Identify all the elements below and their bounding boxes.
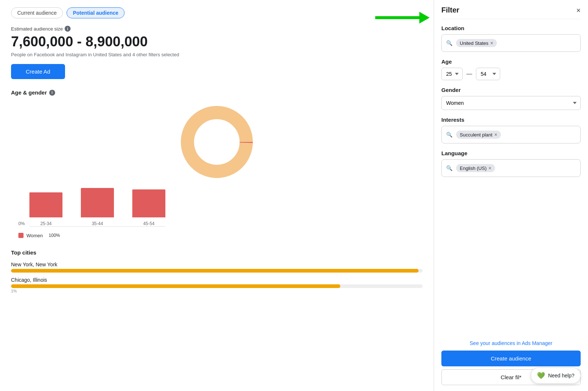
interests-remove-icon[interactable]: × [494, 132, 497, 138]
arrow-line [375, 16, 419, 19]
estimated-label: Estimated audience size i [11, 26, 423, 32]
language-tag-text: English (US) [460, 166, 487, 171]
bar-chart-area: 0% 25-34 35-44 45-54 [11, 190, 423, 238]
language-tag-chip: English (US) × [456, 164, 495, 172]
ads-manager-link[interactable]: See your audiences in Ads Manager [441, 340, 581, 346]
filter-age-section: Age 18 21 25 30 35 40 45 50 54 60 65 — [441, 58, 581, 80]
heart-icon: 💚 [537, 372, 545, 380]
create-audience-button[interactable]: Create audience [441, 351, 581, 366]
language-remove-icon[interactable]: × [488, 165, 491, 171]
info-icon: i [65, 26, 71, 32]
city-bar-track-chicago [11, 284, 423, 288]
location-remove-icon[interactable]: × [490, 40, 493, 46]
language-input-box[interactable]: 🔍 English (US) × [441, 159, 581, 177]
location-tag-text: United States [460, 40, 488, 46]
age-dash: — [466, 71, 472, 77]
bar-25-34 [29, 192, 62, 217]
bar-35-44 [81, 188, 114, 217]
filter-language-label: Language [441, 150, 581, 156]
arrow-head [419, 12, 430, 24]
y-axis-label: 0% [18, 221, 25, 226]
city-name-chicago: Chicago, Illinois [11, 277, 423, 283]
filter-gender-label: Gender [441, 87, 581, 93]
location-tag-chip: United States × [456, 39, 497, 47]
filter-location-label: Location [441, 25, 581, 31]
green-arrow [375, 12, 430, 24]
city-bar-track-new-york [11, 269, 423, 273]
legend-label-women: Women [26, 233, 43, 238]
location-input-box[interactable]: 🔍 United States × [441, 34, 581, 52]
audience-size-number: 7,600,000 - 8,900,000 [11, 34, 423, 50]
filter-gender-section: Gender All Men Women Non-binary [441, 87, 581, 110]
interests-tag-text: Succulent plant [460, 132, 492, 138]
need-help-label: Need help? [548, 373, 574, 378]
filter-age-label: Age [441, 58, 581, 65]
svg-point-0 [187, 113, 246, 171]
age-min-select[interactable]: 18 21 25 30 35 40 45 50 54 60 65 [441, 68, 463, 80]
filter-interests-section: Interests 🔍 Succulent plant × [441, 117, 581, 143]
city-row-new-york: New York, New York [11, 262, 423, 273]
city-name-new-york: New York, New York [11, 262, 423, 267]
filter-location-section: Location 🔍 United States × [441, 25, 581, 52]
bar-group-45-54: 45-54 [132, 189, 165, 226]
need-help-badge[interactable]: 💚 Need help? [531, 367, 581, 384]
gender-select[interactable]: All Men Women Non-binary [441, 96, 581, 110]
bar-label-25-34: 25-34 [40, 221, 52, 226]
filter-header: Filter × [441, 6, 581, 19]
create-ad-button[interactable]: Create Ad [11, 64, 65, 79]
legend-color-women [18, 233, 24, 238]
bar-label-45-54: 45-54 [143, 221, 155, 226]
age-max-select[interactable]: 25 30 35 40 45 50 54 60 65 65+ [476, 68, 500, 80]
tab-current-audience[interactable]: Current audience [11, 7, 63, 18]
interests-input-box[interactable]: 🔍 Succulent plant × [441, 126, 581, 143]
bar-group-35-44: 35-44 [81, 188, 114, 226]
age-gender-info-icon: i [49, 90, 55, 96]
bar-group-25-34: 25-34 [29, 192, 62, 226]
filter-interests-label: Interests [441, 117, 581, 123]
city-pct-chicago: 1% [11, 289, 423, 293]
tab-potential-audience[interactable]: Potential audience [67, 7, 125, 18]
estimated-size-label: Estimated audience size [11, 26, 63, 32]
audience-description: People on Facebook and Instagram in Unit… [11, 52, 423, 57]
filter-title: Filter [441, 6, 459, 14]
age-gender-title: Age & gender i [11, 89, 423, 96]
city-bar-fill-new-york [11, 269, 419, 273]
filter-panel: Filter × Location 🔍 United States × Age … [434, 0, 588, 391]
city-row-chicago: Chicago, Illinois 1% [11, 277, 423, 293]
legend-pct-women: 100% [49, 233, 60, 238]
audience-tabs: Current audience Potential audience [11, 7, 423, 18]
filter-close-button[interactable]: × [576, 7, 581, 14]
language-search-icon: 🔍 [446, 165, 452, 171]
interests-search-icon: 🔍 [446, 132, 452, 138]
interests-tag-chip: Succulent plant × [456, 131, 501, 139]
bar-chart-inner: 0% 25-34 35-44 45-54 [29, 190, 165, 227]
bar-45-54 [132, 189, 165, 217]
donut-chart [176, 102, 257, 182]
location-search-icon: 🔍 [446, 40, 452, 46]
bar-label-35-44: 35-44 [92, 221, 103, 226]
city-bar-fill-chicago [11, 284, 340, 288]
filter-language-section: Language 🔍 English (US) × [441, 150, 581, 177]
age-gender-label: Age & gender [11, 89, 47, 96]
left-panel: Current audience Potential audience Esti… [0, 0, 434, 391]
top-cities-title: Top cities [11, 249, 423, 256]
chart-area: 0% 25-34 35-44 45-54 [11, 102, 423, 238]
bar-legend: Women 100% [18, 232, 60, 238]
top-cities-section: Top cities New York, New York Chicago, I… [11, 249, 423, 293]
age-row: 18 21 25 30 35 40 45 50 54 60 65 — 25 30… [441, 68, 581, 80]
